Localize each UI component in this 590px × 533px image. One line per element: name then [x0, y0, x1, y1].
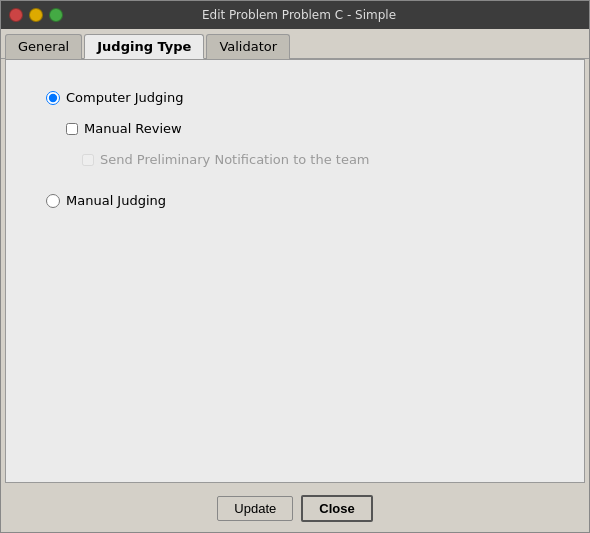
update-button[interactable]: Update — [217, 496, 293, 521]
main-window: Edit Problem Problem C - Simple General … — [0, 0, 590, 533]
maximize-window-button[interactable] — [49, 8, 63, 22]
computer-judging-label[interactable]: Computer Judging — [66, 90, 183, 105]
manual-judging-radio[interactable] — [46, 194, 60, 208]
judging-options: Computer Judging Manual Review Send Prel… — [26, 80, 564, 218]
computer-judging-option[interactable]: Computer Judging — [46, 90, 544, 105]
window-title: Edit Problem Problem C - Simple — [77, 8, 521, 22]
close-button[interactable]: Close — [301, 495, 372, 522]
manual-judging-label[interactable]: Manual Judging — [66, 193, 166, 208]
send-notification-checkbox[interactable] — [82, 154, 94, 166]
computer-judging-radio[interactable] — [46, 91, 60, 105]
tab-judging-type[interactable]: Judging Type — [84, 34, 204, 59]
manual-judging-option[interactable]: Manual Judging — [46, 193, 544, 208]
send-notification-label: Send Preliminary Notification to the tea… — [100, 152, 370, 167]
minimize-window-button[interactable] — [29, 8, 43, 22]
manual-review-option[interactable]: Manual Review — [66, 121, 544, 136]
tab-general[interactable]: General — [5, 34, 82, 59]
titlebar: Edit Problem Problem C - Simple — [1, 1, 589, 29]
tabs-bar: General Judging Type Validator — [1, 29, 589, 59]
manual-review-label[interactable]: Manual Review — [84, 121, 182, 136]
bottom-bar: Update Close — [1, 487, 589, 532]
close-window-button[interactable] — [9, 8, 23, 22]
manual-review-checkbox[interactable] — [66, 123, 78, 135]
content-area: Computer Judging Manual Review Send Prel… — [5, 59, 585, 483]
send-notification-option: Send Preliminary Notification to the tea… — [82, 152, 544, 167]
tab-validator[interactable]: Validator — [206, 34, 290, 59]
